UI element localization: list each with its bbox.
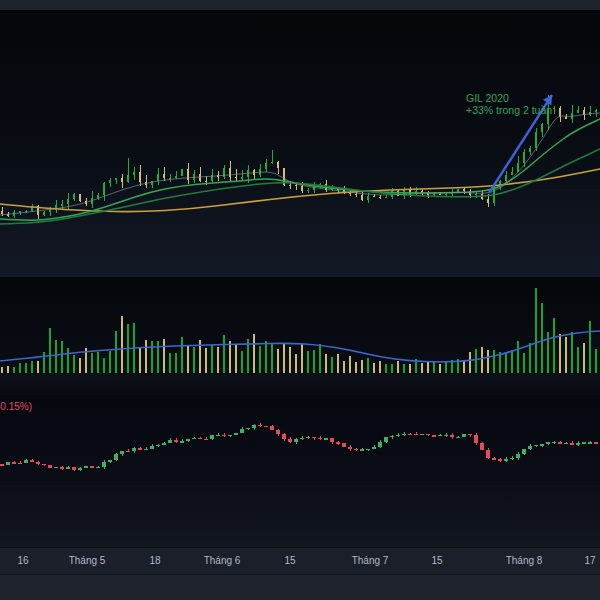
x-axis-label: Tháng 5 <box>69 555 106 566</box>
x-axis-label: Tháng 8 <box>506 555 543 566</box>
x-axis-label: 15 <box>284 555 295 566</box>
index-candles <box>0 423 598 471</box>
x-axis-label: Tháng 7 <box>352 555 389 566</box>
ma-green-fast <box>0 119 600 220</box>
volume-bars <box>1 288 598 373</box>
time-axis[interactable]: 16Tháng 518Tháng 615Tháng 715Tháng 817 <box>0 547 600 575</box>
x-axis-label: Tháng 6 <box>204 555 241 566</box>
chart-window: GIL 2020 +33% trong 2 tuần -0.15%) 16Thá… <box>0 0 600 600</box>
volume-ma <box>0 331 600 362</box>
bottom-toolbar-strip <box>0 574 600 600</box>
volume-ma-blue <box>0 331 600 362</box>
x-axis-label: 15 <box>431 555 442 566</box>
price-ma-lines <box>0 113 600 224</box>
annotation-symbol: GIL 2020 <box>466 92 552 104</box>
x-axis-label: 18 <box>149 555 160 566</box>
chart-canvas[interactable] <box>0 0 600 600</box>
price-annotation: GIL 2020 +33% trong 2 tuần <box>466 92 552 116</box>
x-axis-label: 17 <box>584 555 595 566</box>
index-change-label: -0.15%) <box>0 401 32 412</box>
annotation-change: +33% trong 2 tuần <box>466 104 552 116</box>
ma-grey <box>0 113 600 215</box>
x-axis-label: 16 <box>17 555 28 566</box>
